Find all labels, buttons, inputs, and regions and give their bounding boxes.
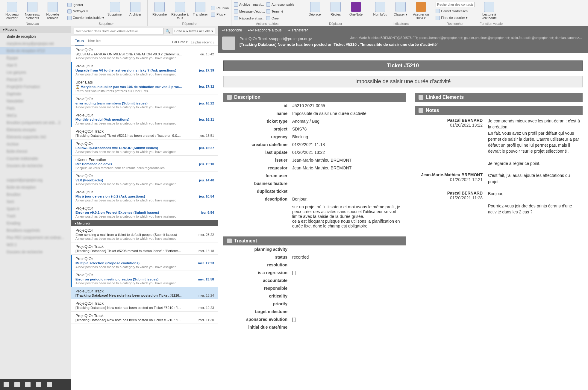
- new-items-button[interactable]: Nouveaux éléments: [23, 1, 42, 21]
- message-item[interactable]: ProjeQtOrMonthly schedul (Ask questions)…: [71, 111, 218, 127]
- date-header[interactable]: Mercredi: [71, 220, 218, 226]
- more-nav-icon[interactable]: [47, 382, 52, 387]
- folder-item[interactable]: marylene.leroy@projeqtor.net: [0, 40, 71, 47]
- search-input[interactable]: [74, 28, 164, 34]
- folder-item[interactable]: Daphnée: [0, 90, 71, 98]
- read-aloud-button[interactable]: Lecture à voix haute: [480, 1, 499, 21]
- sort-order-button[interactable]: Le plus récent ↓: [191, 40, 214, 44]
- junk-button[interactable]: Courrier indésirable ▾: [67, 15, 104, 21]
- folder-item[interactable]: [0, 169, 71, 177]
- message-item[interactable]: ProjeQtOrMultiple selection (Propose evo…: [71, 255, 218, 271]
- message-item[interactable]: ProjeQtOrMis à jour de version 9.0.2 (As…: [71, 188, 218, 204]
- forward-button[interactable]: Transférer: [191, 1, 210, 21]
- folder-item[interactable]: Boîte de réception 4713: [0, 47, 71, 54]
- tab-unread[interactable]: Non lus: [88, 39, 101, 45]
- search-scope-dropdown[interactable]: Boîte aux lettres actuelle ▾: [172, 28, 215, 34]
- folder-item[interactable]: WeCa: [0, 112, 71, 119]
- archive-button[interactable]: Archiver: [126, 1, 145, 21]
- favorites-header[interactable]: Favoris: [0, 26, 71, 33]
- field-label: sponsored evolution: [223, 317, 292, 322]
- message-item[interactable]: ProjeQtOr Track[Tracking Database] New n…: [71, 299, 218, 312]
- folder-item[interactable]: Trash: [0, 213, 71, 220]
- people-nav-icon[interactable]: [25, 382, 31, 387]
- message-item[interactable]: eXcent FormationRe: Demande de devisBonj…: [71, 156, 218, 172]
- qa-archive[interactable]: Archive - maryl...: [234, 1, 265, 7]
- message-item[interactable]: ProjeQtOrUpgrade from V6 to the last ver…: [71, 62, 218, 78]
- mail-filter-button[interactable]: Filtre de courrier ▾: [436, 15, 475, 21]
- address-book-button[interactable]: Carnet d'adresses: [436, 8, 475, 14]
- reply-all-button[interactable]: Répondre à tous: [170, 1, 190, 21]
- message-item[interactable]: ProjeQtOrFollow-up->Absences ==> ERROR (…: [71, 139, 218, 156]
- new-mail-button[interactable]: Nouveau courrier: [2, 1, 22, 21]
- folder-item[interactable]: Boîte de réception: [0, 184, 71, 191]
- message-item[interactable]: ProjeQtOrSQLSTATE ERROR ON MILESTONE CRE…: [71, 46, 218, 62]
- tasks-nav-icon[interactable]: [36, 382, 41, 387]
- folder-item[interactable]: Équipe: [0, 54, 71, 62]
- rules-button[interactable]: Règles: [326, 1, 345, 21]
- onenote-button[interactable]: OneNote: [346, 1, 366, 21]
- qa-reply-del[interactable]: Répondre et su...: [234, 15, 265, 21]
- mail-body: Ticket #5210 Impossible de saisir une du…: [218, 53, 588, 390]
- folder-item[interactable]: Boîte d'envoi: [0, 148, 71, 155]
- folder-item[interactable]: Sent: [0, 198, 71, 205]
- more-button[interactable]: Plus ▾: [211, 12, 229, 18]
- contact-search-input[interactable]: [436, 2, 475, 7]
- categorize-button[interactable]: Classer ▾: [391, 1, 410, 21]
- delete-button[interactable]: Supprimer: [105, 1, 125, 21]
- new-meeting-button[interactable]: Nouvelle réunion: [43, 1, 62, 21]
- followup-button[interactable]: Assurer un suivi ▾: [411, 1, 431, 21]
- qa-done[interactable]: Terminé: [266, 8, 294, 14]
- folder-item[interactable]: Brouillon (uniquement cet ordi... 2: [0, 119, 71, 126]
- message-item[interactable]: ProjeQtOr Track[Tracking Database] New n…: [71, 287, 218, 299]
- message-item[interactable]: ProjeQtOr Track[Tracking Database] Ticke…: [71, 127, 218, 139]
- tab-all[interactable]: Tous: [75, 39, 84, 45]
- folder-item[interactable]: Newsletter: [0, 98, 71, 105]
- folder-item[interactable]: Brouillons supprimés: [0, 227, 71, 234]
- folder-item[interactable]: Éléments supprimés 342: [0, 133, 71, 141]
- sort-by-button[interactable]: Par Date ▾: [172, 40, 188, 44]
- folder-item[interactable]: Éléments envoyés: [0, 126, 71, 133]
- folder-item[interactable]: Emailing: [0, 220, 71, 227]
- qa-resp[interactable]: Au responsable: [266, 1, 294, 7]
- folder-item[interactable]: Les garçons: [0, 69, 71, 76]
- reply-button[interactable]: Répondre: [150, 1, 169, 21]
- folder-item[interactable]: Courrier indésirable: [0, 155, 71, 162]
- folder-item[interactable]: support@projeqtor.org: [0, 177, 71, 184]
- message-item[interactable]: ProjeQtOr Track[Tracking Database] New n…: [71, 312, 218, 324]
- folder-item[interactable]: Dossiers de recherche: [0, 248, 71, 256]
- folder-inbox[interactable]: Boîte de réception: [0, 33, 71, 40]
- message-item[interactable]: Uber Eats⌛ Marylene, n'oubliez pas vos 1…: [71, 78, 218, 95]
- message-from: eXcent Formation: [75, 157, 215, 162]
- unread-button[interactable]: Non lu/Lu: [371, 1, 390, 21]
- message-item[interactable]: ProjeQtOrError sending a mail from a tic…: [71, 226, 218, 242]
- message-list[interactable]: ProjeQtOrSQLSTATE ERROR ON MILESTONE CRE…: [71, 46, 218, 390]
- reading-forward[interactable]: ↪ Transférer: [287, 28, 308, 32]
- qa-equip[interactable]: Message d'équi...: [234, 8, 265, 14]
- message-item[interactable]: ProjeQtOr Track[Tracking Database] Ticke…: [71, 242, 218, 255]
- search-icon[interactable]: 🔍: [166, 29, 170, 34]
- message-item[interactable]: ProjeQtOrerror adding team members (Subm…: [71, 95, 218, 111]
- message-item[interactable]: ProjeQtOrError on v9.0.1 on Project Expe…: [71, 204, 218, 220]
- message-item[interactable]: ProjeQtOrv9.0 (Feedbacks)A new post has …: [71, 172, 218, 188]
- reading-reply-all[interactable]: ↩↩ Répondre à tous: [248, 28, 281, 32]
- reading-reply[interactable]: ↩ Répondre: [222, 28, 242, 32]
- folder-item[interactable]: Plus PEC (uniquement cet ordinateur): [0, 234, 71, 241]
- folder-item[interactable]: Paris: [0, 105, 71, 112]
- mail-nav-icon[interactable]: [4, 382, 9, 387]
- folder-item[interactable]: Alan 5: [0, 62, 71, 69]
- folder-item[interactable]: Brouillon: [0, 191, 71, 198]
- folder-item[interactable]: ProjeQtOr Formation: [0, 83, 71, 90]
- message-from: ProjeQtOr Track: [75, 244, 215, 249]
- folder-item[interactable]: W/D 2: [0, 241, 71, 248]
- qa-create[interactable]: Créer: [266, 15, 294, 21]
- meeting-button[interactable]: Réunion: [211, 5, 229, 11]
- folder-item[interactable]: Archive: [0, 141, 71, 148]
- folder-item[interactable]: Dossiers de recherche: [0, 162, 71, 169]
- folder-item[interactable]: Spam 4: [0, 205, 71, 213]
- ignore-button[interactable]: Ignorer: [67, 2, 104, 8]
- message-item[interactable]: ProjeQtOrError on periodic meeting creat…: [71, 271, 218, 287]
- move-button[interactable]: Déplacer: [306, 1, 325, 21]
- folder-item[interactable]: Pascal 25: [0, 76, 71, 83]
- clean-button[interactable]: Nettoyer ▾: [67, 8, 104, 14]
- calendar-nav-icon[interactable]: [14, 382, 20, 387]
